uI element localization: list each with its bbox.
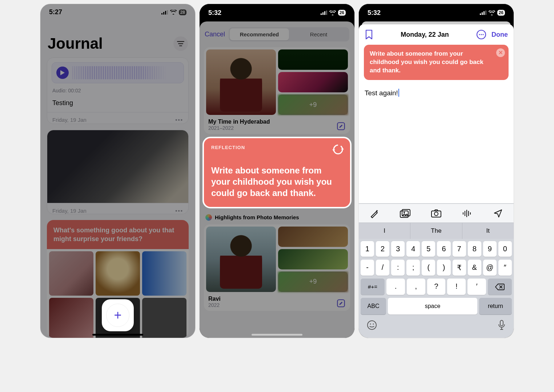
quicktype-suggestion[interactable]: It bbox=[462, 223, 514, 239]
close-prompt-button[interactable]: ✕ bbox=[496, 48, 505, 57]
compose-sheet: Monday, 22 Jan Done Write about someone … bbox=[359, 24, 514, 338]
moment-card[interactable]: +9 My Time in Hyderabad 2021–2022 bbox=[204, 47, 350, 134]
photos-button[interactable] bbox=[400, 209, 411, 218]
key[interactable]: & bbox=[468, 260, 481, 276]
camera-button[interactable] bbox=[430, 209, 442, 218]
key[interactable]: - bbox=[361, 260, 374, 276]
home-indicator[interactable] bbox=[252, 334, 302, 336]
quicktype-suggestion[interactable]: The bbox=[410, 223, 462, 239]
key[interactable]: . bbox=[386, 279, 405, 295]
svg-rect-2 bbox=[165, 11, 166, 15]
key-shift[interactable]: #+= bbox=[361, 279, 385, 295]
entry-card[interactable]: Audio: 00:02 Testing Friday, 19 Jan ••• bbox=[47, 57, 189, 124]
prompt-chip: Write about someone from your childhood … bbox=[364, 45, 509, 80]
audio-button[interactable] bbox=[461, 209, 473, 218]
key[interactable]: ) bbox=[437, 260, 450, 276]
key[interactable]: 4 bbox=[406, 241, 420, 257]
entry-card[interactable]: Friday, 19 Jan ••• bbox=[47, 130, 189, 214]
key[interactable]: ? bbox=[427, 279, 446, 295]
play-icon bbox=[60, 70, 65, 75]
svg-rect-3 bbox=[167, 10, 168, 15]
page-title: Journal bbox=[48, 35, 103, 52]
key[interactable]: , bbox=[407, 279, 425, 295]
new-entry-button[interactable]: + bbox=[102, 299, 134, 331]
magic-button[interactable] bbox=[369, 209, 380, 218]
svg-rect-18 bbox=[482, 12, 483, 15]
filter-button[interactable] bbox=[173, 36, 188, 51]
key[interactable]: 1 bbox=[361, 241, 374, 257]
key-backspace[interactable] bbox=[488, 279, 512, 295]
key-space[interactable]: space bbox=[388, 298, 477, 315]
key[interactable]: ; bbox=[406, 260, 420, 276]
battery-badge: 26 bbox=[338, 10, 346, 16]
key[interactable]: 8 bbox=[468, 241, 481, 257]
compose-icon[interactable] bbox=[336, 121, 346, 131]
audio-label: Audio: 00:02 bbox=[47, 88, 188, 97]
status-bar: 5:27 28 bbox=[40, 4, 195, 20]
key[interactable]: ( bbox=[422, 260, 435, 276]
audio-attachment[interactable] bbox=[52, 62, 184, 83]
dictation-button[interactable] bbox=[498, 320, 506, 331]
key[interactable]: 6 bbox=[437, 241, 450, 257]
key-return[interactable]: return bbox=[479, 298, 512, 315]
entry-text-input[interactable]: Test again! bbox=[359, 80, 514, 106]
key[interactable]: 5 bbox=[422, 241, 435, 257]
audio-waveform bbox=[72, 66, 179, 79]
cancel-button[interactable]: Cancel bbox=[205, 31, 225, 38]
reflection-text: Write about someone from your childhood … bbox=[211, 165, 343, 199]
bookmark-button[interactable] bbox=[365, 29, 373, 40]
key[interactable]: @ bbox=[483, 260, 497, 276]
suggestions-sheet: Cancel Recommended Recent +9 My Time in … bbox=[200, 21, 354, 338]
key-abc[interactable]: ABC bbox=[361, 298, 386, 315]
segment-recommended[interactable]: Recommended bbox=[230, 28, 289, 40]
key[interactable]: ″ bbox=[498, 260, 512, 276]
svg-rect-5 bbox=[178, 43, 183, 44]
key[interactable]: / bbox=[376, 260, 389, 276]
key[interactable]: ! bbox=[447, 279, 466, 295]
sheet-header: Cancel Recommended Recent bbox=[200, 24, 354, 46]
quicktype-suggestion[interactable]: I bbox=[359, 223, 410, 239]
done-button[interactable]: Done bbox=[491, 31, 508, 39]
emoji-button[interactable] bbox=[367, 320, 377, 330]
moment-card[interactable]: +9 Ravi 2022 bbox=[204, 224, 350, 311]
reflection-card[interactable]: REFLECTION Write about someone from your… bbox=[202, 137, 352, 208]
key[interactable]: : bbox=[391, 260, 405, 276]
play-button[interactable] bbox=[56, 67, 69, 79]
segment-recent[interactable]: Recent bbox=[289, 28, 348, 40]
battery-badge: 28 bbox=[179, 9, 186, 15]
moment-photo-more[interactable]: +9 bbox=[278, 95, 348, 115]
entry-more-button[interactable]: ••• bbox=[175, 208, 183, 214]
key[interactable]: 2 bbox=[376, 241, 389, 257]
entry-more-button[interactable]: ••• bbox=[175, 117, 183, 123]
refresh-icon[interactable] bbox=[332, 143, 344, 156]
segmented-control[interactable]: Recommended Recent bbox=[229, 27, 349, 41]
entry-date: Friday, 19 Jan bbox=[52, 208, 87, 214]
key[interactable]: 9 bbox=[483, 241, 497, 257]
keyboard-area: I The It 1 2 3 4 5 6 7 8 9 0 - bbox=[359, 203, 514, 338]
status-bar: 5:32 26 bbox=[200, 4, 354, 21]
location-button[interactable] bbox=[492, 209, 504, 218]
more-button[interactable] bbox=[476, 29, 486, 40]
key[interactable]: 0 bbox=[498, 241, 512, 257]
key[interactable]: 7 bbox=[453, 241, 466, 257]
keyboard-row: 1 2 3 4 5 6 7 8 9 0 bbox=[361, 241, 512, 257]
moment-photo bbox=[278, 49, 348, 70]
keyboard: 1 2 3 4 5 6 7 8 9 0 - / : ; ( ) bbox=[359, 239, 514, 296]
compose-header: Monday, 22 Jan Done bbox=[359, 24, 514, 45]
svg-rect-9 bbox=[322, 12, 324, 15]
key[interactable]: ′ bbox=[467, 279, 486, 295]
key[interactable]: 3 bbox=[391, 241, 405, 257]
battery-badge: 26 bbox=[497, 10, 505, 16]
key[interactable]: ₹ bbox=[453, 260, 466, 276]
svg-rect-34 bbox=[470, 212, 471, 215]
thumb bbox=[49, 251, 93, 296]
plus-icon: + bbox=[106, 304, 129, 327]
screen-journal-home: 5:27 28 Journal Audio: 00:02 Testing Fri… bbox=[40, 4, 196, 338]
moment-photo-more[interactable]: +9 bbox=[278, 272, 348, 292]
wifi-icon bbox=[489, 11, 495, 15]
home-indicator[interactable] bbox=[92, 334, 143, 336]
compose-icon[interactable] bbox=[336, 299, 346, 308]
attachment-toolbar bbox=[359, 204, 514, 223]
keyboard-row: - / : ; ( ) ₹ & @ ″ bbox=[361, 260, 512, 276]
thumb bbox=[96, 251, 140, 296]
